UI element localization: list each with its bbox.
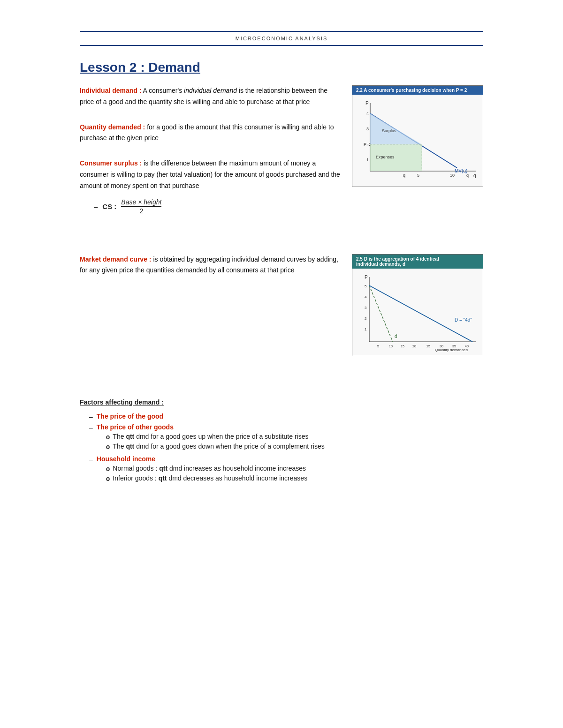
spacer3	[80, 226, 483, 240]
svg-text:P=2: P=2	[364, 142, 371, 147]
left-col-top: Individual demand : A consumer's individ…	[80, 85, 341, 221]
market-demand-para: Market demand curve : is obtained by agg…	[80, 254, 341, 277]
factor-label-3: Household income	[97, 455, 155, 463]
svg-text:25: 25	[426, 345, 430, 348]
svg-line-37	[369, 285, 393, 342]
svg-text:Surplus: Surplus	[382, 128, 396, 133]
svg-text:Quantity demanded: Quantity demanded	[435, 348, 468, 352]
sub-bullet-2-1: o	[106, 433, 110, 441]
market-demand-left: Market demand curve : is obtained by agg…	[80, 254, 341, 277]
svg-text:30: 30	[440, 345, 443, 348]
factor-label-2: The price of other goods	[97, 423, 174, 431]
quantity-demanded-para: Quantity demanded : for a good is the am…	[80, 122, 341, 144]
sub-bullet-2-2: o	[106, 443, 110, 450]
individual-demand-term: Individual demand :	[80, 87, 141, 94]
svg-text:10: 10	[389, 345, 393, 348]
factor-content-3: Household income o Normal goods : qtt dm…	[97, 455, 307, 484]
svg-text:5: 5	[377, 345, 379, 348]
svg-text:5: 5	[365, 284, 367, 288]
sub-text-3-2: Inferior goods : qtt dmd decreases as ho…	[113, 474, 307, 482]
graph2-content: P 5 4 3 2 1 5 10 15 20 25 30 3	[352, 269, 483, 356]
graph1-content: P q 4 3 P=2 1 q 5 10 q	[352, 95, 483, 187]
sub-item-2-1: o The qtt dmd for a good goes up when th…	[106, 433, 325, 441]
market-demand-term: Market demand curve :	[80, 255, 152, 263]
graph1-header: 2.2 A consumer's purchasing decision whe…	[352, 86, 483, 95]
svg-text:1: 1	[365, 327, 367, 331]
factor-item-1: – The price of the good	[89, 413, 483, 420]
header-line-top	[80, 31, 483, 32]
graph2-container: 2.5 D is the aggregation of 4 identical …	[352, 254, 483, 356]
svg-text:1: 1	[366, 158, 369, 162]
cs-fraction: Base × height 2	[121, 198, 161, 215]
svg-text:q: q	[466, 173, 469, 178]
cs-label: CS :	[102, 203, 116, 210]
factor-dash-1: –	[89, 413, 93, 420]
svg-text:15: 15	[401, 345, 404, 348]
svg-text:2: 2	[365, 316, 367, 321]
factor-content-1: The price of the good	[97, 413, 163, 420]
factor-sub-3: o Normal goods : qtt dmd increases as ho…	[106, 465, 307, 482]
factors-section: Factors affecting demand : – The price o…	[80, 398, 483, 484]
cs-denominator: 2	[139, 207, 143, 215]
svg-text:40: 40	[465, 345, 469, 348]
cs-dash: –	[94, 203, 98, 210]
lesson-title: Lesson 2 : Demand	[80, 60, 483, 75]
svg-line-39	[369, 285, 472, 342]
sub-text-2-1: The qtt dmd for a good goes up when the …	[113, 433, 308, 440]
svg-text:D = "4d": D = "4d"	[455, 317, 472, 323]
quantity-demanded-term: Quantity demanded :	[80, 123, 145, 131]
consumer-surplus-term: Consumer surplus :	[80, 159, 142, 167]
sub-bullet-3-1: o	[106, 465, 110, 473]
factor-sub-2: o The qtt dmd for a good goes up when th…	[106, 433, 325, 450]
factor-dash-2: –	[89, 424, 93, 431]
graph1-box: 2.2 A consumer's purchasing decision whe…	[352, 85, 483, 187]
svg-text:3: 3	[366, 127, 369, 131]
factor-content-2: The price of other goods o The qtt dmd f…	[97, 423, 325, 452]
graph1-container: 2.2 A consumer's purchasing decision whe…	[352, 85, 483, 187]
graph2-header-text1: 2.5 D is the aggregation of 4 identical	[356, 256, 439, 262]
spacer5	[80, 361, 483, 375]
sub-item-3-2: o Inferior goods : qtt dmd decreases as …	[106, 474, 307, 482]
spacer1	[80, 108, 341, 122]
graph2-header-text2: individual demands, d	[356, 262, 405, 267]
spacer2	[80, 144, 341, 158]
graph1-header-text: 2.2 A consumer's purchasing decision whe…	[356, 88, 467, 93]
svg-text:3: 3	[365, 306, 367, 310]
spacer6	[80, 375, 483, 389]
page: Microeconomic Analysis Lesson 2 : Demand…	[80, 0, 483, 530]
sub-item-2-2: o The qtt dmd for a good goes down when …	[106, 443, 325, 450]
svg-text:5: 5	[417, 173, 419, 178]
cs-formula: – CS : Base × height 2	[94, 198, 341, 215]
svg-text:35: 35	[452, 345, 456, 348]
factor-dash-3: –	[89, 456, 93, 463]
factors-heading-text: Factors affecting demand :	[80, 398, 164, 406]
consumer-surplus-para: Consumer surplus : is the difference bet…	[80, 158, 341, 191]
individual-demand-para: Individual demand : A consumer's individ…	[80, 85, 341, 108]
cs-numerator: Base × height	[121, 198, 161, 207]
svg-text:P: P	[365, 275, 368, 280]
factors-heading: Factors affecting demand :	[80, 398, 483, 406]
graph2-header: 2.5 D is the aggregation of 4 identical …	[352, 255, 483, 269]
individual-demand-section: Individual demand : A consumer's individ…	[80, 85, 483, 221]
graph2-svg: P 5 4 3 2 1 5 10 15 20 25 30 3	[356, 272, 479, 352]
factor-item-2: – The price of other goods o The qtt dmd…	[89, 423, 483, 452]
svg-text:q: q	[473, 173, 476, 178]
sub-item-3-1: o Normal goods : qtt dmd increases as ho…	[106, 465, 307, 473]
svg-text:4: 4	[366, 111, 369, 116]
svg-text:q: q	[403, 173, 405, 178]
header-line-bottom	[80, 45, 483, 46]
market-demand-section: Market demand curve : is obtained by agg…	[80, 254, 483, 356]
svg-text:d: d	[395, 334, 397, 339]
sub-text-3-1: Normal goods : qtt dmd increases as hous…	[113, 465, 306, 472]
sub-text-2-2: The qtt dmd for a good goes down when th…	[113, 443, 324, 450]
graph1-svg: P q 4 3 P=2 1 q 5 10 q	[356, 98, 479, 183]
svg-text:10: 10	[450, 173, 455, 178]
sub-bullet-3-2: o	[106, 475, 110, 482]
graph2-box: 2.5 D is the aggregation of 4 identical …	[352, 254, 483, 356]
svg-text:20: 20	[412, 345, 416, 348]
svg-text:4: 4	[365, 295, 367, 299]
header-title: Microeconomic Analysis	[80, 36, 483, 41]
svg-text:MV(q): MV(q)	[455, 168, 467, 173]
svg-text:Expenses: Expenses	[376, 155, 395, 159]
svg-text:P: P	[365, 101, 369, 106]
